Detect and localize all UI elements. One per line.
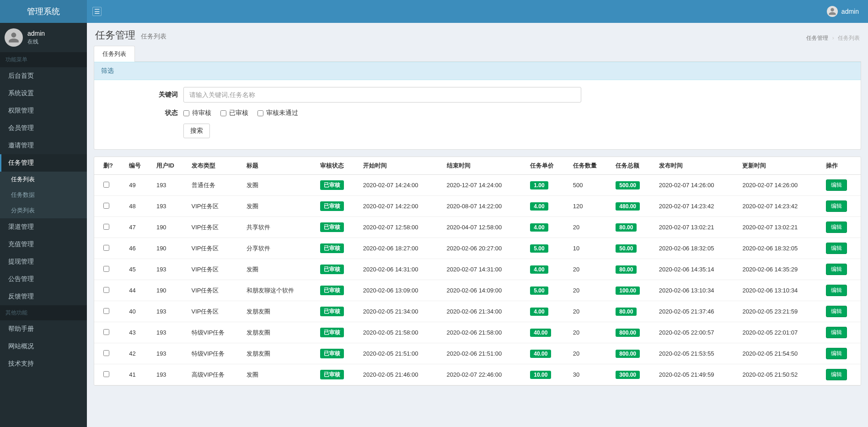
sidebar-item-system[interactable]: 系统设置 <box>0 85 87 102</box>
status-badge: 已审核 <box>320 265 344 274</box>
status-option-rejected[interactable]: 审核未通过 <box>257 109 298 117</box>
sidebar: admin 在线 功能菜单 后台首页 系统设置 权限管理 会员管理 邀请管理 任… <box>0 23 87 427</box>
brand-logo[interactable]: 管理系统 <box>0 0 87 23</box>
header-user[interactable]: admin <box>827 6 868 17</box>
sidebar-item-tasks[interactable]: 任务管理 <box>0 154 87 172</box>
table-row: 47190VIP任务区共享软件已审核2020-02-07 12:58:00202… <box>94 217 861 238</box>
cell-type: 高级VIP任务 <box>187 364 242 385</box>
sidebar-item-channel[interactable]: 渠道管理 <box>0 218 87 236</box>
edit-button[interactable]: 编辑 <box>826 200 847 212</box>
keyword-input[interactable] <box>183 87 581 103</box>
edit-button[interactable]: 编辑 <box>826 264 847 275</box>
user-avatar-icon <box>827 6 838 17</box>
sidebar-item-support[interactable]: 技术支持 <box>0 355 87 373</box>
price-badge: 5.00 <box>530 244 548 253</box>
search-button[interactable]: 搜索 <box>183 124 210 138</box>
cell-uid: 193 <box>152 259 187 280</box>
cell-end: 2020-02-06 20:27:00 <box>442 238 526 259</box>
cell-upd: 2020-02-05 21:50:52 <box>738 364 821 385</box>
cell-uid: 193 <box>152 322 187 343</box>
cell-qty: 30 <box>568 364 611 385</box>
row-checkbox[interactable] <box>103 287 109 293</box>
cell-upd: 2020-02-05 23:21:59 <box>738 301 821 322</box>
row-checkbox[interactable] <box>103 266 109 272</box>
cell-title: 发圈 <box>242 175 316 196</box>
table-header: 编号 <box>124 157 152 175</box>
cell-title: 分享软件 <box>242 238 316 259</box>
price-badge: 4.00 <box>530 223 548 232</box>
status-badge: 已审核 <box>320 222 344 232</box>
sidebar-item-announce[interactable]: 公告管理 <box>0 270 87 288</box>
cell-type: VIP任务区 <box>187 238 242 259</box>
table-row: 46190VIP任务区分享软件已审核2020-02-06 18:27:00202… <box>94 238 861 259</box>
status-checkbox[interactable] <box>220 110 226 116</box>
table-header: 删? <box>94 157 124 175</box>
cell-title: 发朋友圈 <box>242 301 316 322</box>
breadcrumb-item[interactable]: 任务管理 <box>806 35 828 41</box>
cell-pub: 2020-02-07 14:23:42 <box>654 196 738 217</box>
price-badge: 5.00 <box>530 286 548 295</box>
cell-id: 47 <box>124 217 152 238</box>
sidebar-item-members[interactable]: 会员管理 <box>0 119 87 137</box>
sidebar-item-home[interactable]: 后台首页 <box>0 67 87 85</box>
table-header: 操作 <box>821 157 861 175</box>
row-checkbox[interactable] <box>103 182 109 188</box>
cell-start: 2020-02-06 18:27:00 <box>359 238 442 259</box>
edit-button[interactable]: 编辑 <box>826 243 847 254</box>
cell-title: 发圈 <box>242 364 316 385</box>
task-table: 删?编号用户ID发布类型标题审核状态开始时间结束时间任务单价任务数量任务总额发布… <box>94 157 861 385</box>
cell-end: 2020-12-07 14:24:00 <box>442 175 526 196</box>
edit-button[interactable]: 编辑 <box>826 179 847 191</box>
cell-upd: 2020-02-07 14:26:00 <box>738 175 821 196</box>
status-badge: 已审核 <box>320 349 344 358</box>
sidebar-item-withdraw[interactable]: 提现管理 <box>0 253 87 270</box>
edit-button[interactable]: 编辑 <box>826 222 847 233</box>
edit-button[interactable]: 编辑 <box>826 306 847 317</box>
sidebar-item-help[interactable]: 帮助手册 <box>0 320 87 338</box>
status-badge: 已审核 <box>320 180 344 190</box>
row-checkbox[interactable] <box>103 350 109 356</box>
sidebar-subitem-task-data[interactable]: 任务数据 <box>0 187 87 203</box>
cell-title: 发圈 <box>242 196 316 217</box>
row-checkbox[interactable] <box>103 203 109 209</box>
cell-uid: 190 <box>152 238 187 259</box>
sidebar-item-invites[interactable]: 邀请管理 <box>0 137 87 154</box>
user-name: admin <box>27 30 45 37</box>
sidebar-toggle-icon[interactable]: ☰ <box>92 7 102 16</box>
table-header: 任务总额 <box>611 157 654 175</box>
edit-button[interactable]: 编辑 <box>826 348 847 359</box>
price-badge: 40.00 <box>530 350 551 358</box>
user-panel: admin 在线 <box>0 23 87 52</box>
cell-title: 发圈 <box>242 259 316 280</box>
cell-id: 45 <box>124 259 152 280</box>
row-checkbox[interactable] <box>103 224 109 230</box>
row-checkbox[interactable] <box>103 371 109 377</box>
status-checkbox[interactable] <box>257 110 263 116</box>
edit-button[interactable]: 编辑 <box>826 327 847 338</box>
status-option-approved[interactable]: 已审核 <box>220 109 248 117</box>
cell-end: 2020-02-07 22:46:00 <box>442 364 526 385</box>
cell-id: 42 <box>124 343 152 364</box>
sidebar-item-site-info[interactable]: 网站概况 <box>0 338 87 355</box>
total-badge: 50.00 <box>616 244 637 253</box>
sidebar-item-feedback[interactable]: 反馈管理 <box>0 288 87 305</box>
edit-button[interactable]: 编辑 <box>826 285 847 296</box>
table-header: 发布时间 <box>654 157 738 175</box>
row-checkbox[interactable] <box>103 329 109 335</box>
sidebar-item-permissions[interactable]: 权限管理 <box>0 102 87 119</box>
row-checkbox[interactable] <box>103 308 109 314</box>
cell-upd: 2020-02-07 13:02:21 <box>738 217 821 238</box>
status-option-pending[interactable]: 待审核 <box>183 109 211 117</box>
page-title-text: 任务管理 <box>95 29 135 41</box>
row-checkbox[interactable] <box>103 245 109 251</box>
edit-button[interactable]: 编辑 <box>826 369 847 380</box>
sidebar-subitem-task-list[interactable]: 任务列表 <box>0 172 87 187</box>
sidebar-subitem-category-list[interactable]: 分类列表 <box>0 203 87 218</box>
status-checkbox[interactable] <box>183 110 189 116</box>
main-content: 任务管理 任务列表 任务管理 › 任务列表 任务列表 筛选 关键词 <box>87 23 868 427</box>
sidebar-item-recharge[interactable]: 充值管理 <box>0 236 87 253</box>
sidebar-section-heading: 其他功能 <box>0 305 87 320</box>
keyword-label: 关键词 <box>101 91 183 99</box>
cell-qty: 500 <box>568 175 611 196</box>
tab-task-list[interactable]: 任务列表 <box>94 46 135 62</box>
